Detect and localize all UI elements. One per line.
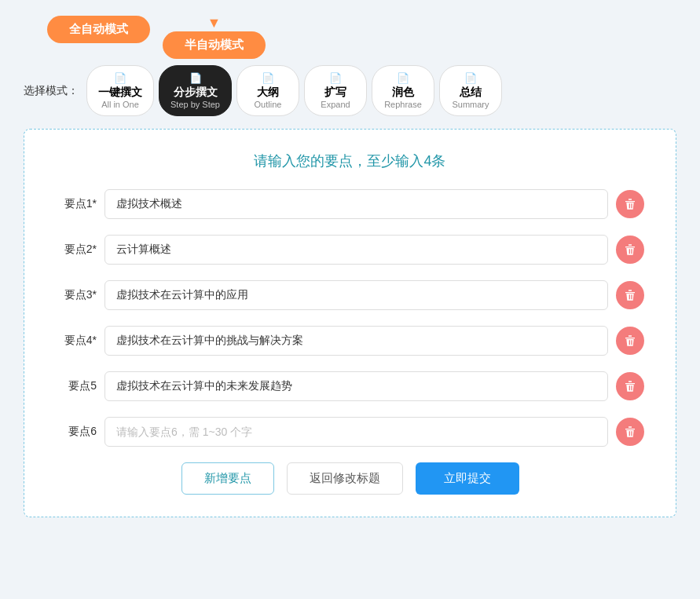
mode-icon-3: 📄	[329, 72, 342, 84]
mode-selector-label: 选择模式：	[24, 84, 79, 98]
mode-sub-label-4: Rephrase	[384, 100, 422, 109]
mode-main-label-0: 一键撰文	[98, 86, 142, 100]
mode-item-rephrase[interactable]: 📄润色Rephrase	[372, 65, 434, 116]
field-label-3: 要点3*	[56, 288, 97, 302]
mode-main-label-1: 分步撰文	[174, 86, 218, 100]
delete-button-6[interactable]	[616, 418, 644, 446]
mode-main-label-2: 大纲	[257, 86, 279, 100]
field-input-5[interactable]	[104, 371, 608, 401]
form-row-1: 要点1*	[56, 189, 644, 219]
mode-item-step-by-step[interactable]: 📄分步撰文Step by Step	[159, 65, 232, 116]
mode-main-label-4: 润色	[392, 86, 414, 100]
field-input-3[interactable]	[104, 280, 608, 310]
field-label-1: 要点1*	[56, 197, 97, 211]
mode-item-outline[interactable]: 📄大纲Outline	[236, 65, 299, 116]
mode-icon-4: 📄	[397, 72, 409, 84]
field-input-2[interactable]	[104, 235, 608, 265]
field-label-2: 要点2*	[56, 243, 97, 257]
card-title: 请输入您的要点，至少输入4条	[56, 152, 644, 170]
submit-button[interactable]: 立即提交	[416, 462, 519, 495]
arrow-indicator: ▼	[207, 16, 222, 30]
delete-button-1[interactable]	[616, 190, 644, 218]
form-row-2: 要点2*	[56, 235, 644, 265]
delete-button-2[interactable]	[616, 236, 644, 264]
delete-button-4[interactable]	[616, 327, 644, 355]
mode-icon-2: 📄	[262, 72, 274, 84]
mode-icon-1: 📄	[189, 72, 202, 84]
mode-item-expand[interactable]: 📄扩写Expand	[304, 65, 367, 116]
mode-sub-label-3: Expand	[321, 100, 350, 109]
form-row-4: 要点4*	[56, 326, 644, 356]
field-input-6[interactable]	[104, 417, 608, 447]
semi-mode-button[interactable]: 半自动模式	[163, 31, 266, 59]
field-label-4: 要点4*	[56, 334, 97, 348]
back-button[interactable]: 返回修改标题	[287, 462, 403, 495]
mode-item-summary[interactable]: 📄总结Summary	[439, 65, 502, 116]
field-input-1[interactable]	[104, 189, 608, 219]
mode-sub-label-5: Summary	[452, 100, 489, 109]
field-input-4[interactable]	[104, 326, 608, 356]
mode-main-label-5: 总结	[460, 86, 482, 100]
mode-sub-label-2: Outline	[255, 100, 282, 109]
mode-icon-0: 📄	[114, 72, 126, 84]
mode-sub-label-0: All in One	[101, 100, 139, 109]
form-row-5: 要点5	[56, 371, 644, 401]
auto-mode-button[interactable]: 全自动模式	[47, 16, 150, 43]
form-row-3: 要点3*	[56, 280, 644, 310]
mode-sub-label-1: Step by Step	[170, 100, 220, 109]
add-point-button[interactable]: 新增要点	[181, 462, 274, 495]
mode-item-all-in-one[interactable]: 📄一键撰文All in One	[86, 65, 154, 116]
mode-icon-5: 📄	[464, 72, 477, 84]
mode-main-label-3: 扩写	[324, 86, 346, 100]
delete-button-3[interactable]	[616, 281, 644, 309]
field-label-5: 要点5	[56, 379, 97, 393]
field-label-6: 要点6	[56, 425, 97, 439]
main-card: 请输入您的要点，至少输入4条 要点1*要点2*要点3*要点4*要点5要点6 新增…	[24, 129, 676, 517]
form-row-6: 要点6	[56, 417, 644, 447]
delete-button-5[interactable]	[616, 372, 644, 400]
bottom-buttons: 新增要点 返回修改标题 立即提交	[56, 462, 644, 495]
